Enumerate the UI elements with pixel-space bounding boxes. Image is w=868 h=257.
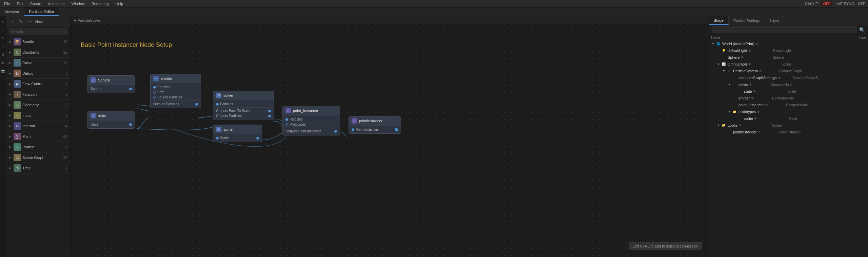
snap-icon[interactable]: ⊞ bbox=[0, 52, 6, 57]
stage-search-input[interactable] bbox=[712, 26, 857, 33]
menu-rendering[interactable]: Rendering bbox=[90, 1, 110, 6]
node-point-instancer[interactable]: ⬡ point_instancer Particles Prototypes O… bbox=[282, 106, 340, 135]
category-geometry[interactable]: ▶ ◇ Geometry 5 bbox=[6, 100, 70, 110]
category-time[interactable]: ▶ ⏱ Time 1 bbox=[6, 163, 70, 173]
tree-vis-icon[interactable]: 👁 bbox=[777, 76, 782, 80]
tree-vis-icon[interactable]: 👁 bbox=[750, 96, 755, 100]
tree-row[interactable]: state 👁 State bbox=[709, 88, 868, 95]
tree-indent: ▼ 🌐 World (defaultPrim) bbox=[709, 41, 754, 46]
category-scene-graph[interactable]: ▶ 🗂 Scene Graph 26 bbox=[6, 152, 70, 163]
menu-window[interactable]: Window bbox=[70, 1, 86, 6]
view-label[interactable]: View bbox=[35, 18, 42, 25]
node-solver[interactable]: ⚙ solver Particles Outputs Back To State… bbox=[213, 91, 274, 120]
category-name: Math bbox=[22, 134, 62, 139]
tree-row[interactable]: ▼ 🌐 World (defaultPrim) 👁 bbox=[709, 40, 868, 47]
tree-row[interactable]: point_instancer 👁 ComputeNode bbox=[709, 102, 868, 108]
tab-particles-editor[interactable]: Particles Editor bbox=[24, 7, 59, 16]
category-name: Input bbox=[22, 113, 64, 117]
tab-stage[interactable]: Stage bbox=[709, 16, 729, 25]
graph-canvas[interactable]: Basic Point Instancer Node Setup bbox=[71, 24, 709, 257]
stage-search-icon[interactable]: 🔍 bbox=[859, 26, 865, 33]
menu-create[interactable]: Create bbox=[29, 1, 43, 6]
node-point-instancer2[interactable]: ⬡ pointInstancer Point Instancer bbox=[349, 116, 401, 134]
tree-vis-icon[interactable]: 👁 bbox=[756, 130, 762, 134]
point-instancer2-title: pointInstancer bbox=[359, 119, 382, 123]
tree-row[interactable]: computeGraphSettings 👁 ComputeGraphS... bbox=[709, 74, 868, 81]
tree-type: ComputeNode bbox=[754, 83, 794, 87]
sprite-sprite-in: Sprite bbox=[213, 135, 262, 141]
search-box bbox=[6, 27, 70, 37]
category-name: Time bbox=[22, 166, 64, 170]
tree-vis-icon[interactable]: 👁 bbox=[739, 56, 745, 59]
menu-file[interactable]: File bbox=[3, 1, 12, 6]
node-emitter[interactable]: ⟡ emitter Particles Prim Source Particle… bbox=[150, 74, 201, 108]
category-internal[interactable]: ▶ ⚙ Internal 24 bbox=[6, 121, 70, 131]
tab-render-settings[interactable]: Render Settings bbox=[729, 16, 765, 25]
tree-vis-icon[interactable]: 👁 bbox=[748, 83, 754, 87]
tree-row[interactable]: ▼ ⚛ ParticleSystem 👁 ComputeGraph bbox=[709, 68, 868, 74]
tree-row[interactable]: ▼ solver 👁 ComputeNode bbox=[709, 81, 868, 88]
node-sprite[interactable]: ★ sprite Sprite bbox=[213, 125, 262, 142]
tree-item-icon: ⚛ bbox=[727, 69, 731, 73]
tree-vis-icon[interactable]: 👁 bbox=[747, 49, 752, 53]
category-particle[interactable]: ▶ • Particle 21 bbox=[6, 142, 70, 152]
node-graph[interactable]: ● ParticleSystem Basic Point Instancer N… bbox=[71, 16, 709, 257]
category-arrow: ▶ bbox=[9, 51, 12, 54]
tree-vis-icon[interactable]: 👁 bbox=[758, 69, 763, 73]
tree-row[interactable]: 💡 defaultLight 👁 DistantLight bbox=[709, 47, 868, 54]
tree-row[interactable]: sprite 👁 Mesh bbox=[709, 115, 868, 122]
tab-viewport[interactable]: Viewport bbox=[0, 7, 24, 16]
category-curve[interactable]: ▶ ~ Curve 12 bbox=[6, 58, 70, 68]
tree-type: State bbox=[757, 90, 798, 93]
tree-vis-icon[interactable]: 👁 bbox=[737, 124, 743, 127]
tree-item-icon: 📁 bbox=[721, 123, 726, 128]
node-sphere[interactable]: ◇ Sphere Sphere bbox=[87, 75, 135, 93]
node-state[interactable]: ≡ state State bbox=[87, 111, 135, 129]
tree-vis-icon[interactable]: 👁 bbox=[764, 103, 769, 107]
menu-animation[interactable]: Animation bbox=[47, 1, 66, 6]
move-icon[interactable]: ✛ bbox=[0, 27, 6, 33]
sphere-port-out: Sphere bbox=[88, 86, 135, 91]
tab-layer[interactable]: Layer bbox=[765, 16, 785, 25]
category-bundle[interactable]: ▶ 📦 Bundle 10 bbox=[6, 37, 70, 47]
category-constants[interactable]: ▶ C Constants 22 bbox=[6, 47, 70, 58]
category-math[interactable]: ▶ ∑ Math 62 bbox=[6, 131, 70, 142]
tree-vis-icon[interactable]: 👁 bbox=[747, 62, 752, 66]
menu-edit[interactable]: Edit bbox=[16, 1, 25, 6]
tree-vis-icon[interactable]: 👁 bbox=[756, 110, 761, 114]
tree-row[interactable]: ▼ 📊 OmniGraph 👁 Scope bbox=[709, 61, 868, 68]
scale-icon[interactable]: ⤢ bbox=[0, 43, 6, 49]
search-input[interactable] bbox=[9, 29, 67, 35]
edit-icon[interactable]: ✎ bbox=[18, 18, 24, 25]
tree-item-icon: 🌐 bbox=[716, 41, 721, 46]
select-icon[interactable]: ↖ bbox=[0, 19, 6, 24]
node-category-list: ▶ 📦 Bundle 10 ▶ C Constants 22 ▶ ~ Curve… bbox=[6, 37, 70, 257]
more-icon[interactable]: ⋯ bbox=[26, 18, 33, 25]
view-icon[interactable]: ◉ bbox=[0, 60, 6, 65]
category-flow-control[interactable]: ▶ ▶ Flow Control 1 bbox=[6, 79, 70, 89]
category-name: Scene Graph bbox=[22, 155, 62, 160]
solver-outparticles-dot bbox=[268, 115, 271, 117]
category-arrow: ▶ bbox=[9, 124, 12, 128]
pi-output-dot bbox=[334, 130, 337, 133]
tree-vis-icon[interactable]: 👁 bbox=[752, 90, 757, 93]
category-input[interactable]: ▶ → Input 3 bbox=[6, 110, 70, 121]
category-function[interactable]: ▶ f Function 3 bbox=[6, 89, 70, 100]
camera-icon[interactable]: 📷 bbox=[0, 68, 6, 73]
tree-vis-icon[interactable]: 👁 bbox=[754, 42, 760, 46]
add-icon[interactable]: + bbox=[9, 18, 16, 25]
tree-row[interactable]: pointInstancer 👁 PointInstancer bbox=[709, 129, 868, 135]
tree-row[interactable]: emitter 👁 ComputeNode bbox=[709, 95, 868, 102]
tree-row[interactable]: ▼ 📁 Looks 👁 Scope bbox=[709, 122, 868, 129]
category-arrow: ▶ bbox=[9, 40, 12, 43]
tree-vis-icon[interactable]: 👁 bbox=[753, 117, 758, 121]
rotate-icon[interactable]: ↻ bbox=[0, 35, 6, 41]
node-toolbar: + ✎ ⋯ View bbox=[6, 16, 70, 27]
category-count: 22 bbox=[63, 50, 67, 54]
category-count: 24 bbox=[63, 124, 67, 128]
category-debug[interactable]: ▶ D Debug 3 bbox=[6, 68, 70, 79]
menu-help[interactable]: Help bbox=[114, 1, 125, 6]
tree-arrow: ▼ bbox=[722, 69, 726, 73]
tree-row[interactable]: ▼ 📁 prototypes 👁 bbox=[709, 108, 868, 115]
tree-row[interactable]: ○ Sphere 👁 Sphere bbox=[709, 54, 868, 61]
